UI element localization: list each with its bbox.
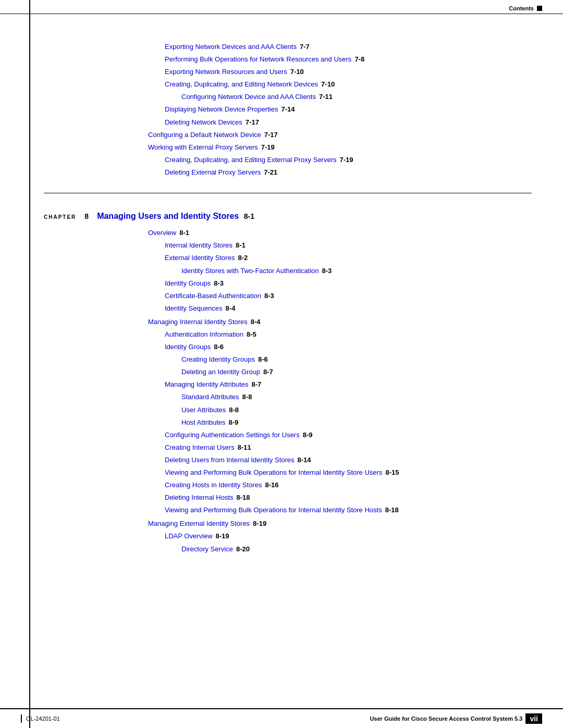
toc-link[interactable]: Working with External Proxy Servers <box>148 142 258 153</box>
toc-link[interactable]: Deleting an Identity Group <box>181 366 260 378</box>
list-item: Creating, Duplicating, and Editing Exter… <box>165 154 532 166</box>
chapter-number: 8 <box>84 211 89 223</box>
toc-link[interactable]: Displaying Network Device Properties <box>165 104 278 115</box>
toc-link[interactable]: User Attributes <box>181 404 226 416</box>
toc-link[interactable]: Authentication Information <box>165 329 243 340</box>
list-item: Displaying Network Device Properties 7-1… <box>165 104 532 115</box>
toc-link[interactable]: Managing External Identity Stores <box>148 518 250 529</box>
list-item: Exporting Network Resources and Users 7-… <box>165 66 532 78</box>
list-item: Working with External Proxy Servers 7-19 <box>148 142 532 153</box>
list-item: Identity Stores with Two-Factor Authenti… <box>181 265 532 277</box>
list-item: Deleting an Identity Group 8-7 <box>181 366 532 378</box>
toc-link[interactable]: Managing Internal Identity Stores <box>148 316 248 328</box>
toc-link[interactable]: Deleting Users from Internal Identity St… <box>165 454 295 466</box>
toc-link[interactable]: Viewing and Performing Bulk Operations f… <box>165 467 382 478</box>
page-container: Contents Exporting Network Devices and A… <box>0 0 563 728</box>
toc-link[interactable]: Identity Stores with Two-Factor Authenti… <box>181 265 319 277</box>
toc-link[interactable]: Directory Service <box>181 544 233 555</box>
list-item: User Attributes 8-8 <box>181 404 532 416</box>
list-item: Managing Identity Attributes 8-7 <box>165 379 532 390</box>
toc-link[interactable]: Identity Sequences <box>165 303 223 314</box>
main-content: Exporting Network Devices and AAA Client… <box>0 14 563 598</box>
list-item: Configuring Network Device and AAA Clien… <box>181 91 532 103</box>
list-item: Identity Groups 8-3 <box>165 278 532 289</box>
list-item: Deleting Users from Internal Identity St… <box>165 454 532 466</box>
toc-link[interactable]: Creating, Duplicating, and Editing Netwo… <box>165 79 318 90</box>
page-header: Contents <box>0 0 563 14</box>
list-item: Host Attributes 8-9 <box>181 417 532 428</box>
footer-left: OL-24201-01 <box>21 714 60 723</box>
toc-link[interactable]: Creating Internal Users <box>165 442 235 453</box>
toc-link[interactable]: Performing Bulk Operations for Network R… <box>165 54 351 65</box>
list-item: Authentication Information 8-5 <box>165 329 532 340</box>
toc-link[interactable]: Creating Identity Groups <box>181 354 255 365</box>
list-item: Creating, Duplicating, and Editing Netwo… <box>165 79 532 90</box>
toc-link[interactable]: Deleting External Proxy Servers <box>165 167 261 178</box>
footer-right: User Guide for Cisco Secure Access Contr… <box>370 713 542 724</box>
toc-link[interactable]: Deleting Network Devices <box>165 117 242 128</box>
toc-group-ch7: Exporting Network Devices and AAA Client… <box>148 41 532 178</box>
header-text: Contents <box>509 5 534 11</box>
list-item: Directory Service 8-20 <box>181 544 532 555</box>
toc-link[interactable]: Standard Attributes <box>181 391 239 403</box>
list-item: Standard Attributes 8-8 <box>181 391 532 403</box>
list-item: Managing Internal Identity Stores 8-4 <box>148 316 532 328</box>
list-item: Overview 8-1 <box>148 227 532 239</box>
toc-section: Exporting Network Devices and AAA Client… <box>148 41 532 555</box>
chapter-label: CHAPTER <box>44 212 76 221</box>
toc-link[interactable]: External Identity Stores <box>165 252 235 264</box>
chapter8-header: CHAPTER 8 Managing Users and Identity St… <box>44 209 532 223</box>
list-item: Deleting External Proxy Servers 7-21 <box>165 167 532 178</box>
list-item: Certificate-Based Authentication 8-3 <box>165 290 532 302</box>
toc-link[interactable]: Identity Groups <box>165 341 211 353</box>
toc-link[interactable]: Configuring a Default Network Device <box>148 129 261 141</box>
toc-link[interactable]: Identity Groups <box>165 278 211 289</box>
footer-bar-icon <box>21 714 22 723</box>
chapter8-title-group: Managing Users and Identity Stores 8-1 <box>97 209 254 223</box>
toc-link[interactable]: Deleting Internal Hosts <box>165 492 234 503</box>
footer-page-number: vii <box>525 713 542 724</box>
toc-link[interactable]: Exporting Network Devices and AAA Client… <box>165 41 297 53</box>
toc-link[interactable]: Configuring Network Device and AAA Clien… <box>181 91 316 103</box>
toc-link[interactable]: Internal Identity Stores <box>165 240 232 251</box>
toc-link[interactable]: Exporting Network Resources and Users <box>165 66 287 78</box>
list-item: Identity Groups 8-6 <box>165 341 532 353</box>
list-item: Internal Identity Stores 8-1 <box>165 240 532 251</box>
footer-doc-id: OL-24201-01 <box>26 715 60 722</box>
toc-link[interactable]: Host Attributes <box>181 417 226 428</box>
toc-link[interactable]: LDAP Overview <box>165 530 213 542</box>
toc-link[interactable]: Viewing and Performing Bulk Operations f… <box>165 504 382 516</box>
list-item: External Identity Stores 8-2 <box>165 252 532 264</box>
toc-link[interactable]: Overview <box>148 227 176 239</box>
toc-link[interactable]: Managing Identity Attributes <box>165 379 248 390</box>
list-item: Deleting Network Devices 7-17 <box>165 117 532 128</box>
list-item: Configuring Authentication Settings for … <box>165 429 532 441</box>
list-item: Identity Sequences 8-4 <box>165 303 532 314</box>
toc-group-ch8: Overview 8-1 Internal Identity Stores 8-… <box>148 227 532 554</box>
chapter8-page: 8-1 <box>244 212 254 220</box>
toc-link[interactable]: Creating, Duplicating, and Editing Exter… <box>165 154 337 166</box>
footer-guide-title: User Guide for Cisco Secure Access Contr… <box>370 715 522 722</box>
page-footer: OL-24201-01 User Guide for Cisco Secure … <box>0 708 563 728</box>
list-item: Managing External Identity Stores 8-19 <box>148 518 532 529</box>
list-item: Performing Bulk Operations for Network R… <box>165 54 532 65</box>
toc-link[interactable]: Certificate-Based Authentication <box>165 290 261 302</box>
list-item: Viewing and Performing Bulk Operations f… <box>165 504 532 516</box>
list-item: LDAP Overview 8-19 <box>165 530 532 542</box>
list-item: Creating Hosts in Identity Stores 8-16 <box>165 479 532 491</box>
list-item: Creating Internal Users 8-11 <box>165 442 532 453</box>
list-item: Configuring a Default Network Device 7-1… <box>148 129 532 141</box>
toc-link[interactable]: Configuring Authentication Settings for … <box>165 429 300 441</box>
toc-link[interactable]: Creating Hosts in Identity Stores <box>165 479 262 491</box>
chapter8-section: CHAPTER 8 Managing Users and Identity St… <box>148 193 532 223</box>
header-square-icon <box>537 6 542 11</box>
list-item: Creating Identity Groups 8-6 <box>181 354 532 365</box>
list-item: Deleting Internal Hosts 8-18 <box>165 492 532 503</box>
header-contents-label: Contents <box>509 5 542 11</box>
list-item: Exporting Network Devices and AAA Client… <box>165 41 532 53</box>
left-margin-bar <box>29 0 30 728</box>
list-item: Viewing and Performing Bulk Operations f… <box>165 467 532 478</box>
chapter-divider <box>44 193 532 193</box>
chapter8-title-link[interactable]: Managing Users and Identity Stores <box>97 212 239 220</box>
